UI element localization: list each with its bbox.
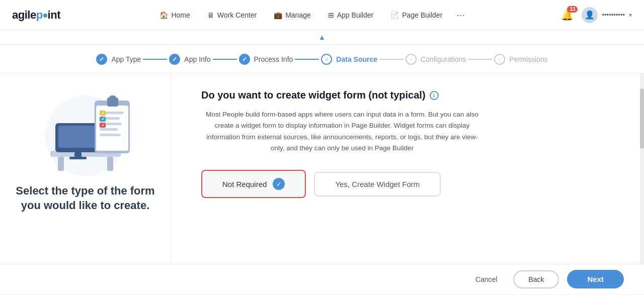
nav-home[interactable]: 🏠 Home: [152, 7, 197, 23]
nav-appbuilder-label: App Builder: [337, 11, 373, 19]
svg-rect-2: [58, 157, 64, 171]
left-panel: ✓ ✓ ✓ Select the type of the form you wo…: [0, 73, 171, 264]
left-caption: Select the type of the form you would li…: [12, 184, 158, 213]
right-panel: Do you want to create widget form (not t…: [171, 73, 644, 264]
svg-rect-11: [109, 95, 116, 101]
connector-1: [143, 59, 167, 60]
footer: Cancel Back Next: [0, 264, 644, 294]
svg-text:✓: ✓: [101, 111, 105, 116]
collapse-arrow-icon[interactable]: ▲: [318, 33, 326, 41]
nav-manage-label: Manage: [285, 11, 311, 19]
question-text: Do you want to create widget form (not t…: [201, 89, 426, 101]
step-data-source-label: Data Source: [336, 55, 377, 63]
step-data-source[interactable]: ○ Data Source: [321, 54, 377, 65]
option-not-required-label: Not Required: [222, 180, 267, 188]
step-permissions-label: Permissions: [509, 55, 547, 63]
svg-rect-3: [107, 157, 113, 171]
step-process-info-circle: ✓: [239, 54, 250, 65]
options-row: Not Required ✓ Yes, Create Widget Form: [201, 170, 604, 198]
stepper-bar: ✓ App Type ✓ App Info ✓ Process Info ○ D…: [0, 45, 644, 73]
option-create-widget-label: Yes, Create Widget Form: [335, 180, 420, 188]
navbar: agilepint 🏠 Home 🖥 Work Center 💼 Manage …: [0, 0, 644, 30]
next-button[interactable]: Next: [567, 270, 624, 288]
avatar: 👤: [582, 7, 598, 23]
nav-pagebuilder[interactable]: 📄 Page Builder: [383, 7, 449, 23]
logo-text: agilepint: [12, 9, 60, 22]
svg-rect-6: [74, 152, 82, 157]
notification-button[interactable]: 🔔 33: [561, 9, 574, 21]
widget-question: Do you want to create widget form (not t…: [201, 89, 604, 101]
step-configurations[interactable]: ○ Configurations: [406, 54, 466, 65]
step-app-info-label: App Info: [184, 55, 210, 63]
user-name: ••••••••••: [602, 11, 625, 19]
chevron-down-icon: ▾: [629, 12, 632, 19]
step-app-info-circle: ✓: [169, 54, 180, 65]
nav-workcenter[interactable]: 🖥 Work Center: [200, 7, 264, 23]
cancel-button[interactable]: Cancel: [467, 271, 506, 287]
svg-rect-5: [58, 126, 98, 148]
step-app-type[interactable]: ✓ App Type: [96, 54, 141, 65]
svg-rect-7: [69, 157, 87, 159]
step-permissions-circle: ○: [494, 54, 505, 65]
scrollbar[interactable]: [640, 73, 644, 264]
svg-text:✓: ✓: [101, 123, 105, 128]
manage-icon: 💼: [274, 11, 282, 19]
step-permissions[interactable]: ○ Permissions: [494, 54, 547, 65]
pagebuilder-icon: 📄: [390, 11, 399, 19]
collapse-bar: ▲: [0, 30, 644, 45]
widget-description: Most People build form-based apps where …: [201, 109, 483, 154]
nav-more[interactable]: ···: [452, 7, 469, 23]
home-icon: 🏠: [159, 11, 168, 19]
appbuilder-icon: ⊞: [328, 11, 334, 19]
nav-pagebuilder-label: Page Builder: [402, 11, 442, 19]
svg-rect-16: [100, 134, 121, 136]
check-icon: ✓: [273, 178, 285, 190]
svg-rect-15: [100, 128, 118, 131]
illustration: ✓ ✓ ✓: [30, 85, 141, 176]
step-configurations-label: Configurations: [421, 55, 466, 63]
step-app-type-label: App Type: [111, 55, 141, 63]
step-app-type-circle: ✓: [96, 54, 107, 65]
nav-links: 🏠 Home 🖥 Work Center 💼 Manage ⊞ App Buil…: [76, 7, 545, 23]
logo[interactable]: agilepint: [12, 9, 60, 22]
scrollbar-thumb[interactable]: [640, 88, 644, 149]
connector-2: [213, 59, 237, 60]
connector-4: [379, 59, 404, 60]
notification-badge: 33: [567, 6, 578, 13]
step-process-info-label: Process Info: [254, 55, 293, 63]
stepper: ✓ App Type ✓ App Info ✓ Process Info ○ D…: [96, 54, 547, 65]
monitor-icon: 🖥: [207, 11, 214, 19]
step-configurations-circle: ○: [406, 54, 417, 65]
main-content: ✓ ✓ ✓ Select the type of the form you wo…: [0, 73, 644, 264]
option-create-widget[interactable]: Yes, Create Widget Form: [314, 172, 441, 196]
back-button[interactable]: Back: [513, 270, 559, 288]
nav-appbuilder[interactable]: ⊞ App Builder: [321, 7, 380, 23]
nav-home-label: Home: [171, 11, 190, 19]
logo-suffix: int: [48, 9, 60, 21]
nav-manage[interactable]: 💼 Manage: [267, 7, 318, 23]
step-process-info[interactable]: ✓ Process Info: [239, 54, 293, 65]
step-data-source-circle: ○: [321, 54, 332, 65]
connector-5: [468, 59, 492, 60]
user-menu[interactable]: 👤 •••••••••• ▾: [582, 7, 632, 23]
nav-right: 🔔 33 👤 •••••••••• ▾: [561, 7, 632, 23]
option-not-required[interactable]: Not Required ✓: [201, 170, 306, 198]
nav-workcenter-label: Work Center: [217, 11, 257, 19]
step-app-info[interactable]: ✓ App Info: [169, 54, 210, 65]
svg-text:✓: ✓: [101, 117, 105, 122]
connector-3: [295, 59, 319, 60]
more-icon: ···: [456, 9, 465, 21]
info-icon[interactable]: i: [430, 91, 439, 100]
